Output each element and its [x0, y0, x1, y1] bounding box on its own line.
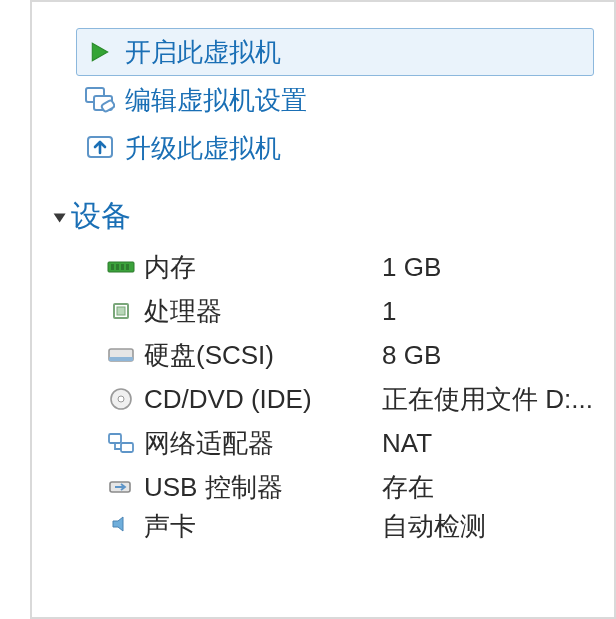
- device-disk-label: 硬盘(SCSI): [144, 338, 382, 373]
- device-sound-value: 自动检测: [382, 509, 604, 539]
- device-usb-value: 存在: [382, 470, 604, 505]
- edit-vm-settings-button[interactable]: 编辑虚拟机设置: [76, 76, 594, 124]
- device-network-label: 网络适配器: [144, 426, 382, 461]
- device-cd-value: 正在使用文件 D:...: [382, 382, 604, 417]
- svg-rect-7: [116, 264, 119, 270]
- memory-icon: [104, 252, 138, 282]
- usb-icon: [104, 472, 138, 502]
- power-on-vm-button[interactable]: 开启此虚拟机: [76, 28, 594, 76]
- svg-rect-13: [109, 357, 133, 361]
- device-cpu-value: 1: [382, 296, 604, 327]
- svg-marker-0: [92, 43, 107, 61]
- vm-summary-panel: 开启此虚拟机 编辑虚拟机设置 升级此虚拟机 设备: [30, 0, 616, 619]
- device-cd[interactable]: CD/DVD (IDE) 正在使用文件 D:...: [104, 377, 604, 421]
- device-network[interactable]: 网络适配器 NAT: [104, 421, 604, 465]
- svg-point-15: [118, 396, 124, 402]
- settings-icon: [83, 83, 117, 117]
- svg-rect-8: [121, 264, 124, 270]
- device-cpu-label: 处理器: [144, 294, 382, 329]
- power-on-label: 开启此虚拟机: [125, 35, 281, 70]
- svg-rect-6: [111, 264, 114, 270]
- device-disk[interactable]: 硬盘(SCSI) 8 GB: [104, 333, 604, 377]
- svg-rect-11: [117, 307, 125, 315]
- edit-settings-label: 编辑虚拟机设置: [125, 83, 307, 118]
- device-memory[interactable]: 内存 1 GB: [104, 245, 604, 289]
- devices-section-header[interactable]: 设备: [32, 196, 614, 237]
- device-cd-label: CD/DVD (IDE): [144, 384, 382, 415]
- svg-rect-9: [126, 264, 129, 270]
- device-cpu[interactable]: 处理器 1: [104, 289, 604, 333]
- upgrade-vm-button[interactable]: 升级此虚拟机: [76, 124, 594, 172]
- upgrade-icon: [83, 131, 117, 165]
- device-disk-value: 8 GB: [382, 340, 604, 371]
- device-usb[interactable]: USB 控制器 存在: [104, 465, 604, 509]
- upgrade-label: 升级此虚拟机: [125, 131, 281, 166]
- devices-list: 内存 1 GB 处理器 1 硬盘(SCSI) 8 GB: [32, 245, 614, 539]
- sound-icon: [104, 509, 138, 539]
- network-icon: [104, 428, 138, 458]
- device-memory-value: 1 GB: [382, 252, 604, 283]
- device-memory-label: 内存: [144, 250, 382, 285]
- device-usb-label: USB 控制器: [144, 470, 382, 505]
- svg-rect-16: [109, 434, 121, 443]
- vm-actions: 开启此虚拟机 编辑虚拟机设置 升级此虚拟机: [32, 28, 614, 196]
- cpu-icon: [104, 296, 138, 326]
- device-sound-label: 声卡: [144, 509, 382, 539]
- play-icon: [83, 35, 117, 69]
- svg-rect-17: [121, 443, 133, 452]
- devices-title: 设备: [71, 196, 131, 237]
- device-sound[interactable]: 声卡 自动检测: [104, 509, 604, 539]
- disk-icon: [104, 340, 138, 370]
- device-network-value: NAT: [382, 428, 604, 459]
- chevron-down-icon: [54, 213, 66, 222]
- cd-icon: [104, 384, 138, 414]
